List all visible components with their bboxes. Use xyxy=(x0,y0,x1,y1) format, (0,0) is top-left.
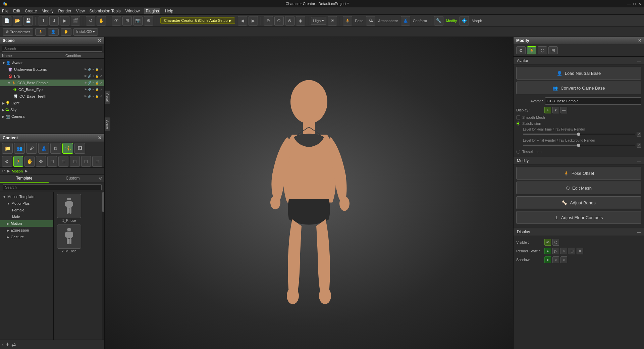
viewport[interactable] xyxy=(105,37,513,349)
minimize-btn[interactable]: — xyxy=(627,2,631,6)
camera-btn[interactable]: 📷 xyxy=(133,16,143,26)
rotate-btn[interactable]: ↺ xyxy=(86,16,95,26)
motion-icon-btn[interactable]: 🤸 xyxy=(62,143,73,154)
menu-render[interactable]: Render xyxy=(58,9,71,13)
tree-item-avatar[interactable]: ▼ 👤 Avatar xyxy=(0,59,104,66)
edit-mesh-btn[interactable]: ⬡ Edit Mesh xyxy=(516,182,641,194)
scene-search-input[interactable] xyxy=(2,46,102,52)
eye-icon[interactable]: 👁 xyxy=(84,68,87,71)
lock-icon[interactable]: 🔒 xyxy=(95,95,99,98)
save-btn[interactable]: 💾 xyxy=(23,16,33,26)
eye-icon[interactable]: 👁 xyxy=(84,81,87,85)
tree-item-underwear[interactable]: 👚 Underwear Bottoms 👁 🔗 ⚬ 🔒 ↗ xyxy=(0,66,104,73)
ctree-motion[interactable]: ▶ Motion xyxy=(0,220,53,227)
new-btn[interactable]: 📄 xyxy=(2,16,11,26)
move-icon-btn[interactable]: ✥ xyxy=(36,156,46,167)
render-state-btn2[interactable]: ▷ xyxy=(552,248,559,254)
pan-btn[interactable]: ✋ xyxy=(97,16,106,26)
display-btn3[interactable]: — xyxy=(560,107,567,113)
realtime-slider[interactable] xyxy=(523,134,635,135)
tab-template[interactable]: Template xyxy=(0,174,49,183)
tree-item-sky[interactable]: ▶ 🌤 Sky xyxy=(0,106,104,113)
figure-btn[interactable]: 🧍 xyxy=(35,28,46,36)
ctree-motion-template[interactable]: ▼ Motion Template xyxy=(0,193,53,200)
final-render-slider-btn[interactable]: ⤢ xyxy=(637,143,641,148)
grid-btn[interactable]: ⊞ xyxy=(122,16,132,26)
render-state-btn4[interactable]: ⊞ xyxy=(569,248,575,254)
content-scrollbar-thumb[interactable] xyxy=(102,192,104,212)
tb-extra3[interactable]: ⊕ xyxy=(264,16,273,26)
menu-window[interactable]: Window xyxy=(125,9,140,13)
final-render-slider[interactable] xyxy=(523,145,635,146)
eye-icon[interactable]: 👁 xyxy=(84,74,87,78)
export-icon[interactable]: ↗ xyxy=(100,68,102,71)
export-btn[interactable]: ⬇ xyxy=(49,16,59,26)
ctree-male[interactable]: Male xyxy=(0,213,53,220)
eye-icon[interactable]: 👁 xyxy=(84,95,87,98)
hand2-icon-btn[interactable]: ✋ xyxy=(24,156,35,167)
render-btn[interactable]: 🎬 xyxy=(71,16,80,26)
tree-item-cc-eye[interactable]: 👁 CC_Base_Eye 👁 🔗 ⚬ 🔒 ↗ xyxy=(0,86,104,93)
pose-icon[interactable]: 🧍 xyxy=(343,16,352,26)
dot-icon[interactable]: ⚬ xyxy=(92,81,95,85)
figure2-icon-btn[interactable]: 🏃 xyxy=(13,156,23,167)
adjust-floor-btn[interactable]: ⊥ Adjust Floor Contacts xyxy=(516,211,641,224)
eye-icon[interactable]: 👁 xyxy=(84,88,87,91)
display-section-header[interactable]: Display — xyxy=(514,228,644,236)
menu-help[interactable]: Help xyxy=(165,9,173,13)
pose-offset-btn[interactable]: 🧍 Pose Offset xyxy=(516,167,641,180)
blank4-btn[interactable]: □ xyxy=(81,156,91,167)
export-icon[interactable]: ↗ xyxy=(100,81,102,85)
menu-file[interactable]: File xyxy=(2,9,8,13)
tab-custom[interactable]: Custom xyxy=(49,174,97,183)
tree-item-light[interactable]: ▶ 💡 Light xyxy=(0,100,104,106)
content-scrollbar[interactable] xyxy=(102,192,104,340)
link-icon[interactable]: 🔗 xyxy=(88,95,91,98)
conform-icon[interactable]: 👗 xyxy=(401,16,410,26)
modify-label[interactable]: Modify xyxy=(445,19,458,23)
load-neutral-btn[interactable]: 👤 Load Neutral Base xyxy=(516,67,641,80)
scene-vtab[interactable]: Scene xyxy=(105,117,110,131)
modify-section-header[interactable]: Modify — xyxy=(514,157,644,165)
render-state-btn5[interactable]: ✕ xyxy=(577,248,583,254)
export-icon[interactable]: ↗ xyxy=(100,95,102,98)
right-figure-icon[interactable]: 🧍 xyxy=(527,46,536,54)
shadow-btn1[interactable]: ● xyxy=(544,256,551,263)
blank5-btn[interactable]: □ xyxy=(92,156,102,167)
link-icon[interactable]: 🔗 xyxy=(88,81,91,85)
visual-tab[interactable]: Visual xyxy=(105,91,110,104)
open-btn[interactable]: 📂 xyxy=(13,16,22,26)
export-icon[interactable]: ↗ xyxy=(100,88,102,91)
atmosphere-label[interactable]: Atmosphere xyxy=(377,19,399,23)
scene-close-btn[interactable]: ✕ xyxy=(98,38,102,43)
morph-icon[interactable]: 💠 xyxy=(460,16,469,26)
blank1-btn[interactable]: □ xyxy=(47,156,57,167)
light-btn[interactable]: ☀ xyxy=(328,16,337,26)
body-btn[interactable]: 👤 xyxy=(48,28,59,36)
link-icon[interactable]: 🔗 xyxy=(88,74,91,78)
render-state-btn1[interactable]: ● xyxy=(544,248,551,254)
right-morph-icon[interactable]: ⊞ xyxy=(548,46,558,54)
smooth-mesh-checkbox[interactable] xyxy=(516,115,520,119)
menu-plugins[interactable]: Plugins xyxy=(144,8,160,14)
lock-icon[interactable]: 🔒 xyxy=(95,68,99,71)
instalod-btn[interactable]: InstaLOD ▾ xyxy=(73,28,98,36)
ctree-gesture[interactable]: ▶ Gesture xyxy=(0,234,53,240)
link-icon[interactable]: 🔗 xyxy=(88,88,91,91)
plugin-label[interactable]: Character Creator & iClone Auto Setup ▶ xyxy=(160,17,235,24)
avatar-section-header[interactable]: Avatar — xyxy=(514,57,644,65)
maximize-btn[interactable]: □ xyxy=(633,2,636,6)
tree-item-bra[interactable]: 👙 Bra 👁 🔗 ⚬ 🔒 ↗ xyxy=(0,73,104,80)
lock-icon[interactable]: 🔒 xyxy=(95,81,99,85)
grid-item-0[interactable]: 1_F...ose xyxy=(56,194,83,222)
import-btn[interactable]: ⬆ xyxy=(39,16,48,26)
menu-create[interactable]: Create xyxy=(25,9,37,13)
ctree-expression[interactable]: ▶ Expression xyxy=(0,227,53,234)
shadow-btn2[interactable]: ○ xyxy=(552,256,559,263)
tree-item-cc-teeth[interactable]: 🦷 CC_Base_Teeth 👁 🔗 ⚬ 🔒 ↗ xyxy=(0,93,104,100)
image-icon-btn[interactable]: 🖼 xyxy=(74,143,85,154)
tb-extra6[interactable]: ◈ xyxy=(296,16,305,26)
visible-btn2[interactable]: ⬡ xyxy=(552,239,559,246)
tree-item-camera[interactable]: ▶ 📷 Camera xyxy=(0,113,104,120)
monitor-icon-btn[interactable]: 🖥 xyxy=(50,143,61,154)
